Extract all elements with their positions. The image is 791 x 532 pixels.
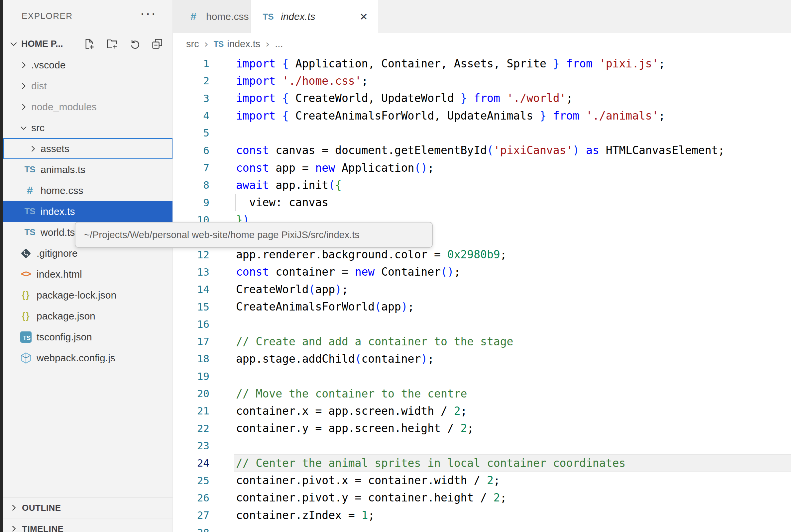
line-number[interactable]: 1 [173, 57, 209, 70]
code-line-5[interactable]: 5 [173, 124, 791, 141]
line-number[interactable]: 26 [173, 492, 209, 504]
tree-item-.vscode[interactable]: .vscode [3, 55, 172, 75]
code-line-27[interactable]: 27container.zIndex = 1; [173, 507, 791, 524]
code-line-2[interactable]: 2import './home.css'; [173, 72, 791, 89]
explorer-header: EXPLORER ··· [3, 7, 172, 24]
code-line-19[interactable]: 19 [173, 368, 791, 385]
tree-item-label: dist [31, 80, 47, 92]
line-number[interactable]: 4 [173, 110, 209, 121]
tree-item-dist[interactable]: dist [3, 75, 172, 96]
code-line-3[interactable]: 3import { CreateWorld, UpdateWorld } fro… [173, 90, 791, 107]
line-number[interactable]: 9 [173, 196, 209, 209]
line-number[interactable]: 25 [173, 475, 209, 487]
token-d: ; [461, 404, 467, 417]
token-n: 2 [494, 491, 500, 504]
code-line-21[interactable]: 21container.x = app.screen.width / 2; [173, 402, 791, 419]
line-number[interactable]: 7 [173, 162, 209, 174]
line-number[interactable]: 8 [173, 179, 209, 191]
code-line-16[interactable]: 16 [173, 316, 791, 333]
line-number[interactable]: 16 [173, 318, 209, 330]
tree-item-home.css[interactable]: #home.css [3, 180, 172, 201]
code-line-26[interactable]: 26container.pivot.y = container.height /… [173, 489, 791, 507]
token-d: CreateWorld, UpdateWorld [289, 92, 461, 104]
code-line-23[interactable]: 23 [173, 437, 791, 454]
tab-index.ts[interactable]: TSindex.ts✕ [251, 0, 378, 33]
token-d: CreateAnimalsForWorld, UpdateAnimals [289, 109, 540, 122]
line-number[interactable]: 18 [173, 353, 209, 365]
breadcrumb-item[interactable]: index.ts [227, 39, 260, 50]
project-section-header[interactable]: HOME P... [3, 33, 172, 55]
token-s: 'pixiCanvas' [494, 144, 573, 157]
tree-item-src[interactable]: src [3, 117, 172, 138]
tree-item-assets[interactable]: assets [3, 138, 172, 159]
file-path-tooltip-text: ~/Projects/Web/personal web-site/home pa… [84, 229, 360, 241]
tree-item-index.html[interactable]: <>index.html [3, 264, 172, 285]
code-line-14[interactable]: 14CreateWorld(app); [173, 281, 791, 298]
more-actions-icon[interactable]: ··· [140, 5, 157, 22]
code-line-22[interactable]: 22container.y = app.screen.height / 2; [173, 420, 791, 437]
line-number[interactable]: 6 [173, 145, 209, 156]
timeline-section[interactable]: TIMELINE [3, 518, 172, 532]
code-line-24[interactable]: 24// Center the animal sprites in local … [173, 454, 791, 472]
line-number[interactable]: 27 [173, 509, 209, 521]
outline-section[interactable]: OUTLINE [3, 497, 172, 518]
code-line-28[interactable]: 28 [173, 524, 791, 532]
code-line-18[interactable]: 18app.stage.addChild(container); [173, 350, 791, 367]
line-number[interactable]: 21 [173, 405, 209, 417]
code-line-7[interactable]: 7const app = new Application(); [173, 159, 791, 176]
tree-item-package-lock.json[interactable]: {}package-lock.json [3, 285, 172, 305]
line-number[interactable]: 14 [173, 283, 209, 295]
line-number[interactable]: 13 [173, 266, 209, 278]
line-number[interactable]: 5 [173, 127, 209, 139]
line-number[interactable]: 12 [173, 249, 209, 261]
tree-item-label: index.html [37, 269, 82, 280]
token-d: ; [566, 92, 573, 104]
tree-item-label: .vscode [31, 59, 66, 71]
line-number[interactable]: 19 [173, 370, 209, 382]
token-d: ; [659, 109, 665, 122]
code-line-12[interactable]: 12app.renderer.background.color = 0x2980… [173, 246, 791, 263]
line-number[interactable]: 28 [173, 527, 209, 532]
line-number[interactable]: 3 [173, 92, 209, 104]
line-number[interactable]: 20 [173, 387, 209, 399]
new-folder-icon[interactable] [105, 37, 119, 51]
token-d [276, 109, 282, 122]
code-line-15[interactable]: 15CreateAnimalsForWorld(app); [173, 298, 791, 315]
line-number[interactable]: 23 [173, 440, 209, 452]
line-number[interactable]: 2 [173, 75, 209, 87]
code-editor[interactable]: 1import { Application, Container, Assets… [173, 55, 791, 532]
new-file-icon[interactable] [83, 37, 96, 51]
tab-home.css[interactable]: #home.css [173, 0, 251, 33]
code-text: container.x = app.screen.width / 2; [236, 404, 467, 417]
code-line-9[interactable]: 9 view: canvas [173, 194, 791, 211]
token-b1: ) [421, 352, 427, 365]
code-line-8[interactable]: 8await app.init({ [173, 176, 791, 194]
close-icon[interactable]: ✕ [360, 11, 368, 23]
code-line-20[interactable]: 20// Move the container to the centre [173, 385, 791, 402]
tree-item-animals.ts[interactable]: TSanimals.ts [3, 159, 172, 180]
line-number[interactable]: 24 [173, 457, 209, 469]
breadcrumb-item[interactable]: ... [275, 39, 283, 50]
code-line-1[interactable]: 1import { Application, Container, Assets… [173, 55, 791, 72]
breadcrumb-separator-icon: › [204, 38, 208, 50]
line-number[interactable]: 22 [173, 422, 209, 434]
refresh-icon[interactable] [128, 37, 141, 51]
breadcrumb-item[interactable]: src [186, 39, 199, 50]
code-line-25[interactable]: 25container.pivot.x = container.width / … [173, 472, 791, 489]
tree-item-tsconfig.json[interactable]: TStsconfig.json [3, 326, 172, 347]
code-line-13[interactable]: 13const container = new Container(); [173, 263, 791, 281]
code-text: container.zIndex = 1; [236, 509, 374, 522]
line-number[interactable]: 15 [173, 301, 209, 313]
tree-item-package.json[interactable]: {}package.json [3, 305, 172, 326]
line-number[interactable]: 17 [173, 336, 209, 347]
code-line-17[interactable]: 17// Create and add a container to the s… [173, 333, 791, 350]
token-d: ; [659, 57, 665, 70]
collapse-all-icon[interactable] [150, 37, 164, 51]
code-line-6[interactable]: 6const canvas = document.getElementById(… [173, 142, 791, 159]
indent-guide [235, 194, 236, 211]
html-icon-glyph: <> [21, 269, 31, 279]
tree-item-node_modules[interactable]: node_modules [3, 96, 172, 117]
tree-item-webpack.config.js[interactable]: webpack.config.js [3, 347, 172, 368]
code-line-4[interactable]: 4import { CreateAnimalsForWorld, UpdateA… [173, 107, 791, 124]
tree-item-index.ts[interactable]: TSindex.ts [3, 201, 172, 222]
